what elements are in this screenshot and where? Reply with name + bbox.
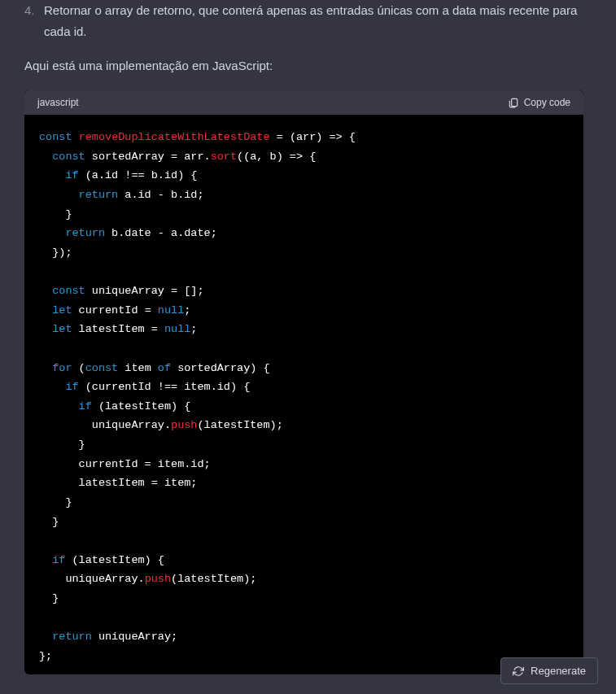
- code-block: javascript Copy code const removeDuplica…: [24, 90, 583, 674]
- intro-text: Aqui está uma implementação em JavaScrip…: [24, 56, 583, 76]
- code-content: const removeDuplicateWithLatestDate = (a…: [24, 115, 583, 674]
- svg-rect-0: [511, 98, 517, 106]
- refresh-icon: [513, 666, 524, 677]
- regenerate-label: Regenerate: [531, 665, 586, 677]
- code-header: javascript Copy code: [24, 90, 583, 115]
- list-text: Retornar o array de retorno, que conterá…: [44, 0, 583, 41]
- ordered-list-item: 4. Retornar o array de retorno, que cont…: [24, 0, 583, 41]
- clipboard-icon: [508, 97, 519, 108]
- copy-code-label: Copy code: [524, 97, 570, 108]
- code-language-label: javascript: [37, 97, 79, 108]
- regenerate-button[interactable]: Regenerate: [500, 657, 598, 684]
- list-number: 4.: [24, 0, 36, 41]
- copy-code-button[interactable]: Copy code: [508, 97, 570, 108]
